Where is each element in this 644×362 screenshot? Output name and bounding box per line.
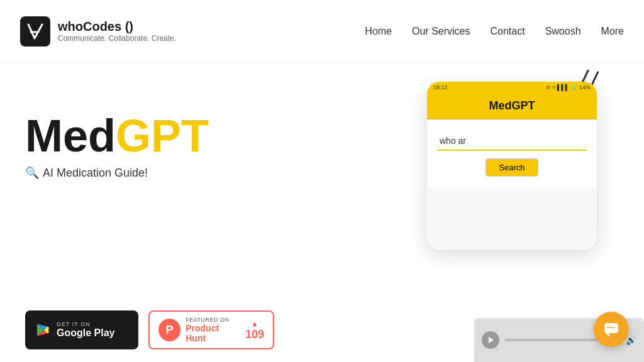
logo-icon [20, 16, 50, 47]
google-play-icon [35, 322, 50, 337]
play-icon [487, 336, 494, 344]
google-play-button[interactable]: GET IT ON Google Play [25, 310, 138, 349]
main-content: MedGPT 🔍 AI Medication Guide! GET IT ON … [0, 63, 644, 362]
gp-get-it-on: GET IT ON [57, 321, 114, 327]
nav-contact[interactable]: Contact [490, 26, 525, 37]
ph-arrow-icon: ▲ [251, 319, 258, 328]
header: whoCodes () Communicate. Collaborate. Cr… [0, 0, 644, 63]
product-hunt-button[interactable]: P FEATURED ON Product Hunt ▲ 109 [148, 310, 274, 349]
hero-section: MedGPT 🔍 AI Medication Guide! GET IT ON … [0, 63, 380, 362]
chat-fab-button[interactable] [594, 312, 629, 347]
logo-title: whoCodes () [58, 19, 176, 34]
hero-tagline-text: AI Medication Guide! [43, 167, 148, 180]
nav-our-services[interactable]: Our Services [412, 26, 470, 37]
phone-app-title: MedGPT [427, 93, 597, 119]
ph-featured-on: FEATURED ON [186, 317, 240, 323]
phone-mockup: 16:12 ⊙ ≈ ▌▌▌ 🔋 14% MedGPT Search [427, 82, 597, 250]
product-hunt-text: FEATURED ON Product Hunt [186, 317, 240, 343]
logo-subtitle: Communicate. Collaborate. Create. [58, 34, 176, 43]
chat-icon [603, 321, 619, 337]
nav-more[interactable]: More [601, 26, 624, 37]
svg-rect-5 [607, 327, 609, 328]
google-play-text: GET IT ON Google Play [57, 321, 114, 339]
svg-marker-4 [606, 333, 609, 337]
svg-marker-2 [489, 337, 494, 343]
product-hunt-logo: P [158, 319, 180, 341]
store-buttons: GET IT ON Google Play P FEATURED ON Prod… [25, 310, 355, 349]
ph-count: ▲ 109 [245, 319, 264, 341]
logo-area: whoCodes () Communicate. Collaborate. Cr… [20, 16, 176, 47]
gp-store-name: Google Play [57, 327, 114, 339]
phone-search-button[interactable]: Search [486, 158, 538, 177]
svg-rect-6 [610, 327, 613, 328]
hero-med: Med [25, 113, 116, 158]
nav-swoosh[interactable]: Swoosh [545, 26, 581, 37]
hero-title: MedGPT [25, 113, 355, 158]
svg-rect-7 [613, 327, 615, 328]
magnify-icon: 🔍 [25, 166, 39, 180]
phone-search-area: Search [427, 119, 597, 187]
nav-home[interactable]: Home [365, 26, 392, 37]
status-time: 16:12 [433, 84, 448, 90]
phone-search-input[interactable] [437, 132, 587, 151]
main-nav: Home Our Services Contact Swoosh More [365, 26, 624, 37]
video-play-button[interactable] [482, 331, 499, 349]
hero-tagline: 🔍 AI Medication Guide! [25, 166, 355, 180]
hero-gpt: GPT [116, 113, 209, 158]
status-icons: ⊙ ≈ ▌▌▌ 🔋 14% [546, 84, 591, 90]
phone-status-bar: 16:12 ⊙ ≈ ▌▌▌ 🔋 14% [427, 82, 597, 93]
ph-name: Product Hunt [186, 323, 240, 343]
hero-title-area: MedGPT 🔍 AI Medication Guide! [25, 88, 355, 180]
logo-text-area: whoCodes () Communicate. Collaborate. Cr… [58, 19, 176, 43]
ph-count-value: 109 [245, 328, 264, 341]
phone-body [427, 187, 597, 250]
